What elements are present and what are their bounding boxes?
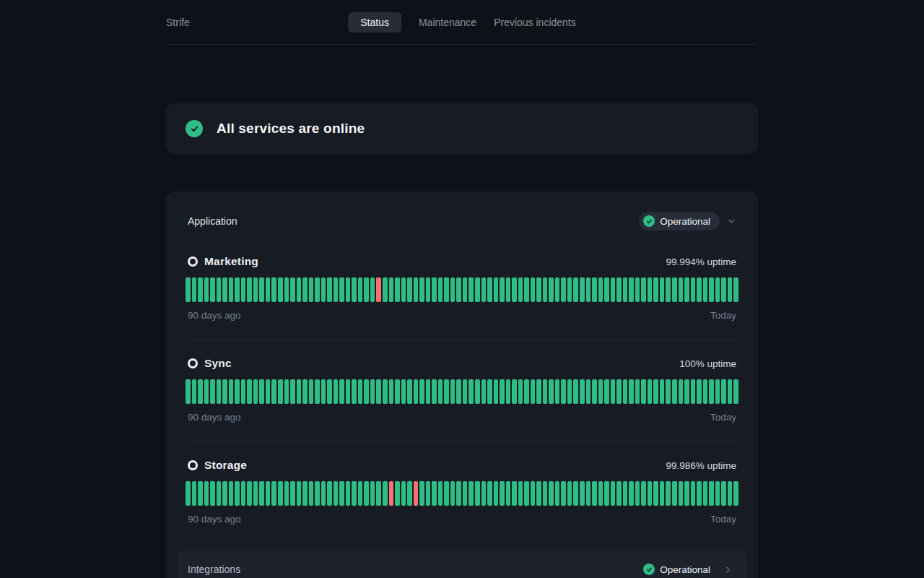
- uptime-day-up: [728, 379, 733, 404]
- uptime-day-up: [222, 481, 227, 506]
- uptime-day-up: [494, 277, 499, 302]
- uptime-day-up: [635, 481, 640, 506]
- service-name: Sync: [204, 357, 232, 370]
- uptime-day-up: [444, 481, 449, 506]
- uptime-day-up: [500, 481, 505, 506]
- uptime-day-up: [684, 481, 689, 506]
- uptime-day-up: [327, 379, 332, 404]
- uptime-day-up: [432, 481, 437, 506]
- uptime-day-up: [321, 379, 326, 404]
- check-circle-icon: [643, 215, 655, 227]
- uptime-day-up: [672, 277, 677, 302]
- uptime-day-up: [728, 481, 733, 506]
- uptime-day-up: [672, 379, 677, 404]
- uptime-bar[interactable]: [186, 277, 738, 302]
- nav-status[interactable]: Status: [348, 12, 401, 33]
- uptime-day-up: [653, 379, 658, 404]
- row-divider: [188, 441, 736, 441]
- uptime-day-up: [487, 379, 492, 404]
- uptime-day-up: [715, 481, 720, 506]
- service-uptime: 99.994% uptime: [666, 256, 736, 267]
- uptime-day-up: [290, 379, 295, 404]
- integrations-row[interactable]: Integrations Operational: [178, 551, 746, 578]
- uptime-bar[interactable]: [186, 379, 738, 404]
- uptime-bar[interactable]: [186, 481, 738, 506]
- uptime-day-up: [210, 277, 215, 302]
- uptime-day-up: [395, 379, 400, 404]
- uptime-day-up: [567, 481, 572, 506]
- uptime-day-up: [204, 481, 209, 506]
- uptime-day-up: [715, 379, 720, 404]
- uptime-day-up: [512, 379, 517, 404]
- uptime-day-up: [494, 481, 499, 506]
- uptime-day-up: [580, 481, 585, 506]
- uptime-day-up: [616, 379, 622, 404]
- uptime-day-up: [253, 277, 258, 302]
- uptime-day-up: [616, 481, 622, 506]
- uptime-day-up: [229, 277, 234, 302]
- uptime-day-up: [438, 277, 443, 302]
- uptime-day-up: [598, 379, 603, 404]
- uptime-day-up: [358, 277, 363, 302]
- service-uptime: 99.986% uptime: [666, 460, 736, 471]
- uptime-day-up: [438, 379, 443, 404]
- uptime-day-up: [364, 277, 369, 302]
- uptime-day-up: [721, 481, 726, 506]
- uptime-day-up: [715, 277, 720, 302]
- chevron-down-icon[interactable]: [727, 217, 736, 226]
- uptime-day-up: [733, 481, 738, 506]
- uptime-day-up: [266, 481, 271, 506]
- integrations-title: Integrations: [188, 564, 240, 575]
- uptime-day-up: [370, 481, 375, 506]
- uptime-day-up: [561, 379, 566, 404]
- application-card: Application Operational Marketing: [166, 191, 758, 578]
- uptime-day-up: [241, 481, 246, 506]
- operational-status-badge[interactable]: Operational: [639, 212, 720, 230]
- uptime-day-up: [660, 481, 665, 506]
- uptime-day-up: [204, 379, 209, 404]
- uptime-day-up: [235, 277, 240, 302]
- service-row-storage: Storage 99.986% uptime 90 days ago Today: [188, 459, 736, 525]
- uptime-day-up: [364, 379, 369, 404]
- uptime-day-up: [370, 277, 375, 302]
- uptime-day-up: [259, 481, 264, 506]
- uptime-day-up: [346, 481, 351, 506]
- uptime-day-up: [444, 277, 449, 302]
- uptime-day-up: [309, 379, 314, 404]
- uptime-day-up: [450, 277, 456, 302]
- uptime-day-up: [697, 379, 702, 404]
- uptime-day-up: [524, 277, 529, 302]
- uptime-day-up: [456, 277, 461, 302]
- uptime-day-up: [518, 481, 523, 506]
- uptime-day-up: [531, 481, 536, 506]
- uptime-day-up: [426, 481, 431, 506]
- service-row-sync: Sync 100% uptime 90 days ago Today: [188, 357, 736, 423]
- uptime-day-up: [518, 277, 523, 302]
- row-divider: [188, 339, 736, 340]
- uptime-day-up: [500, 379, 505, 404]
- nav-previous-incidents[interactable]: Previous incidents: [494, 12, 576, 33]
- uptime-day-up: [641, 277, 646, 302]
- disc-icon: [188, 358, 198, 368]
- uptime-day-up: [235, 379, 240, 404]
- uptime-day-up: [315, 481, 320, 506]
- uptime-day-up: [536, 379, 541, 404]
- uptime-day-up: [648, 481, 653, 506]
- uptime-day-up: [186, 277, 191, 302]
- uptime-day-up: [352, 379, 357, 404]
- uptime-day-up: [401, 379, 406, 404]
- uptime-day-up: [506, 379, 511, 404]
- uptime-day-up: [635, 379, 640, 404]
- uptime-day-up: [487, 481, 492, 506]
- uptime-day-up: [684, 277, 689, 302]
- nav-maintenance[interactable]: Maintenance: [419, 12, 476, 33]
- uptime-day-up: [266, 379, 271, 404]
- brand-name: Strife: [166, 17, 190, 28]
- uptime-day-up: [426, 277, 431, 302]
- uptime-day-up: [629, 481, 634, 506]
- application-card-header: Application Operational: [188, 212, 736, 230]
- uptime-day-up: [284, 481, 289, 506]
- uptime-day-up: [703, 379, 708, 404]
- bar-start-label: 90 days ago: [188, 412, 241, 423]
- uptime-day-up: [573, 481, 578, 506]
